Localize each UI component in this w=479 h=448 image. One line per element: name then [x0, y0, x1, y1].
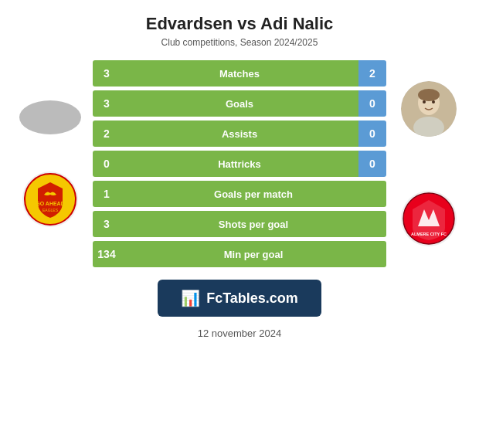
chart-icon: 📊 — [181, 289, 200, 307]
page-title: Edvardsen vs Adi Nalic — [146, 14, 334, 34]
stat-bar: Hattricks — [121, 151, 358, 177]
stat-row-hattricks: 0Hattricks0 — [93, 151, 386, 177]
stat-left-value: 3 — [93, 60, 121, 87]
stat-label: Goals per match — [214, 188, 293, 200]
stat-bar: Assists — [121, 120, 358, 147]
stat-right-value: 2 — [358, 60, 386, 87]
svg-point-8 — [423, 100, 426, 104]
stat-bar: Shots per goal — [121, 211, 386, 237]
stat-left-value: 1 — [93, 181, 121, 207]
stat-row-matches: 3Matches2 — [93, 60, 386, 87]
go-ahead-eagles-logo: GO AHEAD EAGLES — [22, 171, 78, 227]
stat-row-assists: 2Assists0 — [93, 120, 386, 147]
stat-label: Goals — [226, 98, 253, 110]
stat-bar: Goals — [121, 90, 358, 117]
svg-text:EAGLES: EAGLES — [42, 208, 59, 212]
nalic-avatar — [401, 81, 457, 137]
edvardsen-avatar — [19, 100, 81, 134]
stat-left-value: 134 — [93, 241, 121, 267]
stat-bar: Matches — [121, 60, 358, 87]
stat-bar: Min per goal — [121, 241, 386, 267]
stats-col: 3Matches23Goals02Assists00Hattricks01Goa… — [93, 60, 386, 267]
stat-row-min-per-goal: 134Min per goal — [93, 241, 386, 267]
footer-date: 12 november 2024 — [198, 328, 281, 339]
stat-right-value: 0 — [358, 151, 386, 177]
right-player-col: ALMERE CITY FC — [386, 81, 471, 246]
svg-text:GO AHEAD: GO AHEAD — [36, 201, 64, 206]
left-player-col: GO AHEAD EAGLES — [8, 100, 93, 227]
stat-label: Hattricks — [218, 158, 261, 170]
svg-point-9 — [432, 100, 435, 104]
stat-right-value: 0 — [358, 120, 386, 147]
stat-label: Matches — [219, 68, 260, 80]
subtitle: Club competitions, Season 2024/2025 — [146, 37, 334, 48]
stat-right-value: 0 — [358, 90, 386, 117]
stat-bar: Goals per match — [121, 181, 386, 207]
header: Edvardsen vs Adi Nalic Club competitions… — [138, 0, 341, 53]
stat-label: Shots per goal — [219, 219, 288, 230]
stat-row-goals-per-match: 1Goals per match — [93, 181, 386, 207]
stat-row-goals: 3Goals0 — [93, 90, 386, 117]
stat-left-value: 2 — [93, 120, 121, 147]
stat-left-value: 3 — [93, 90, 121, 117]
svg-text:ALMERE CITY FC: ALMERE CITY FC — [411, 232, 447, 236]
almere-city-logo: ALMERE CITY FC — [401, 191, 457, 246]
stat-label: Assists — [222, 128, 257, 140]
fctables-banner: 📊 FcTables.com — [158, 280, 321, 317]
stat-row-shots-per-goal: 3Shots per goal — [93, 211, 386, 237]
svg-point-6 — [418, 89, 440, 101]
stat-left-value: 0 — [93, 151, 121, 177]
fctables-label: FcTables.com — [206, 290, 298, 307]
stat-left-value: 3 — [93, 211, 121, 237]
stat-label: Min per goal — [224, 249, 284, 260]
